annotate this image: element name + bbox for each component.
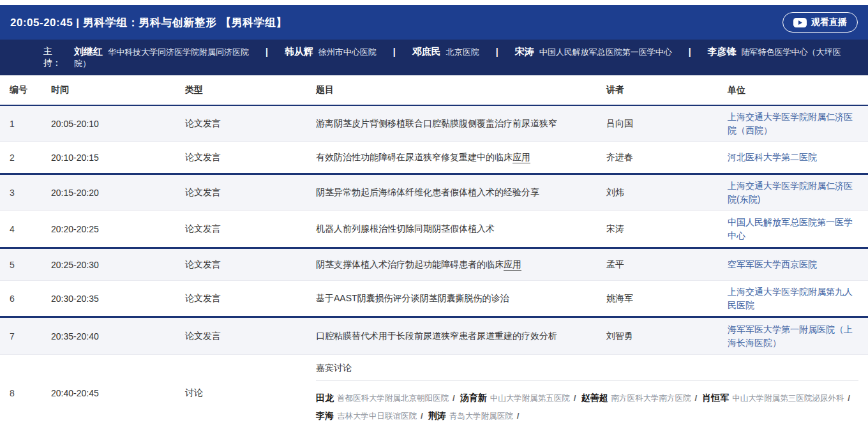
cell-discussion: 嘉宾讨论田龙首都医科大学附属北京朝阳医院/汤育新中山大学附属第五医院/赵善超南方… (316, 355, 868, 427)
discussant-separator: / (695, 393, 698, 403)
cell-speaker: 刘炜 (606, 187, 728, 199)
cell-speaker: 宋涛 (606, 223, 728, 235)
cell-time: 20:05-20:10 (51, 119, 185, 129)
session-header-bar: 20:05-20:45 | 男科学组：男科与创新整形 【男科学组】 观看直播 (0, 5, 868, 40)
discussant-organization: 青岛大学附属医院 (449, 412, 513, 421)
cell-time: 20:30-20:35 (51, 294, 185, 304)
discussant-separator: / (574, 393, 576, 403)
host-separator: | (393, 47, 396, 57)
discussant-separator: / (517, 411, 520, 421)
host-separator: | (266, 47, 268, 57)
cell-number: 8 (0, 388, 51, 398)
cell-number: 7 (0, 331, 51, 341)
cell-speaker: 姚海军 (606, 293, 728, 304)
host-separator: | (689, 47, 691, 57)
cell-speaker: 吕向国 (606, 118, 728, 130)
watch-live-label: 观看直播 (811, 17, 847, 28)
cell-type: 论文发言 (185, 223, 316, 235)
discussant-organization: 南方医科大学南方医院 (611, 394, 691, 403)
table-row: 120:05-20:10论文发言游离阴茎皮片背侧移植联合口腔黏膜腹侧覆盖治疗前尿… (0, 106, 868, 142)
host-name: 刘继红 (74, 46, 103, 57)
cell-organization: 河北医科大学第二医院 (728, 151, 868, 163)
schedule-table: 编号时间类型题目讲者单位 120:05-20:10论文发言游离阴茎皮片背侧移植联… (0, 75, 868, 427)
cell-type: 论文发言 (185, 331, 316, 342)
discussant-organization: 首都医科大学附属北京朝阳医院 (337, 394, 449, 403)
cell-number: 2 (0, 153, 51, 163)
discussant-name: 荆涛 (428, 410, 446, 421)
cell-organization: 上海交通大学医学院附属仁济医院(东院) (728, 179, 868, 206)
table-row: 720:35-20:40论文发言口腔粘膜替代术用于长段前尿道狭窄患者尿道重建的疗… (0, 318, 868, 355)
cell-organization: 上海交通大学医学院附属仁济医院（西院） (728, 110, 868, 137)
cell-time: 20:15-20:20 (51, 188, 185, 198)
cell-speaker: 齐进春 (606, 152, 728, 163)
session-page: 20:05-20:45 | 男科学组：男科与创新整形 【男科学组】 观看直播 主… (0, 0, 868, 427)
host-separator: | (496, 47, 498, 57)
table-row: 520:25-20:30论文发言阴茎支撑体植入术治疗勃起功能障碍患者的临床应用孟… (0, 249, 868, 281)
discussant-list: 田龙首都医科大学附属北京朝阳医院/汤育新中山大学附属第五医院/赵善超南方医科大学… (316, 389, 858, 427)
cell-type: 讨论 (185, 387, 316, 399)
cell-speaker: 孟平 (606, 259, 728, 271)
cell-number: 5 (0, 260, 51, 270)
cell-title: 机器人前列腺根治性切除同期阴茎假体植入术 (316, 223, 606, 235)
table-row: 220:10-20:15论文发言有效防治性功能障碍在尿道狭窄修复重建中的临床应用… (0, 142, 868, 175)
cell-title: 阴茎支撑体植入术治疗勃起功能障碍患者的临床应用 (316, 259, 606, 271)
column-header-speaker: 讲者 (606, 84, 728, 96)
underlined-title-text: 应用 (504, 259, 521, 271)
discussant-organization: 吉林大学中日联谊医院 (337, 412, 417, 421)
cell-title: 有效防治性功能障碍在尿道狭窄修复重建中的临床应用 (316, 152, 606, 163)
cell-time: 20:25-20:30 (51, 260, 185, 270)
cell-title: 基于AAST阴囊损伤评分谈阴茎阴囊撕脱伤的诊治 (316, 293, 606, 304)
discussion-divider (316, 380, 858, 381)
discussant-organization: 中山大学附属第五医院 (490, 394, 570, 403)
cell-organization: 海军军医大学第一附属医院（上海长海医院） (728, 323, 868, 349)
host-name: 宋涛 (515, 46, 534, 57)
column-header-type: 类型 (185, 84, 316, 96)
table-body: 120:05-20:10论文发言游离阴茎皮片背侧移植联合口腔黏膜腹侧覆盖治疗前尿… (0, 106, 868, 427)
discussant-name: 肖恒军 (702, 393, 729, 403)
cell-organization: 空军军医大学西京医院 (728, 258, 868, 271)
cell-type: 论文发言 (185, 152, 316, 163)
discussant-name: 汤育新 (460, 393, 487, 403)
cell-time: 20:20-20:25 (51, 224, 185, 234)
cell-organization: 上海交通大学医学院附属第九人民医院 (728, 285, 868, 311)
cell-title: 阴茎异常勃起后海绵体纤维化患者假体植入术的经验分享 (316, 187, 606, 199)
cell-title: 游离阴茎皮片背侧移植联合口腔黏膜腹侧覆盖治疗前尿道狭窄 (316, 118, 606, 130)
discussant-organization: 中山大学附属第三医院泌尿外科 (732, 394, 844, 403)
cell-organization: 中国人民解放军总医院第一医学中心 (728, 216, 868, 242)
column-header-title: 题目 (316, 84, 606, 96)
cell-number: 4 (0, 224, 51, 234)
column-header-time: 时间 (51, 84, 185, 96)
discussant-name: 赵善超 (581, 393, 608, 403)
discussant-separator: / (848, 393, 850, 403)
table-row: 320:15-20:20论文发言阴茎异常勃起后海绵体纤维化患者假体植入术的经验分… (0, 175, 868, 211)
discussant-separator: / (421, 411, 423, 421)
underlined-title-text: 应用 (513, 152, 530, 163)
hosts-bar: 主持： 刘继红华中科技大学同济医学院附属同济医院|韩从辉徐州市中心医院|邓庶民北… (0, 40, 868, 75)
cell-type: 论文发言 (185, 293, 316, 304)
discussant-name: 李海 (316, 410, 334, 421)
cell-type: 论文发言 (185, 259, 316, 271)
column-header-number: 编号 (0, 84, 51, 96)
hosts-list: 刘继红华中科技大学同济医学院附属同济医院|韩从辉徐州市中心医院|邓庶民北京医院|… (74, 46, 855, 70)
session-title: 20:05-20:45 | 男科学组：男科与创新整形 【男科学组】 (10, 15, 287, 30)
cell-type: 论文发言 (185, 118, 316, 130)
cell-type: 论文发言 (185, 187, 316, 199)
hosts-label: 主持： (43, 46, 70, 69)
host-organization: 徐州市中心医院 (318, 47, 377, 57)
host-name: 李彦锋 (708, 46, 737, 57)
table-row: 420:20-20:25论文发言机器人前列腺根治性切除同期阴茎假体植入术宋涛中国… (0, 211, 868, 249)
play-video-icon (793, 18, 807, 27)
column-header-organization: 单位 (728, 84, 868, 96)
table-row: 620:30-20:35论文发言基于AAST阴囊损伤评分谈阴茎阴囊撕脱伤的诊治姚… (0, 281, 868, 318)
watch-live-button[interactable]: 观看直播 (782, 12, 858, 33)
host-name: 邓庶民 (412, 46, 441, 57)
table-header-row: 编号时间类型题目讲者单位 (0, 75, 868, 106)
cell-number: 6 (0, 294, 51, 304)
discussion-label: 嘉宾讨论 (316, 355, 858, 380)
cell-number: 1 (0, 119, 51, 129)
cell-title: 口腔粘膜替代术用于长段前尿道狭窄患者尿道重建的疗效分析 (316, 331, 606, 342)
host-name: 韩从辉 (285, 46, 313, 57)
cell-time: 20:10-20:15 (51, 153, 185, 163)
host-organization: 北京医院 (446, 47, 479, 57)
cell-time: 20:35-20:40 (51, 331, 185, 341)
